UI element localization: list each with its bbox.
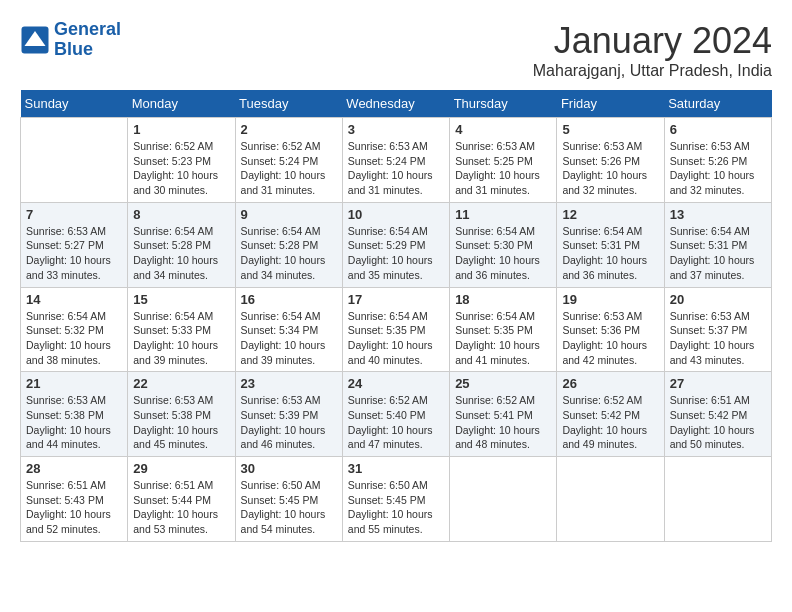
day-info: Sunrise: 6:53 AMSunset: 5:27 PMDaylight:…: [26, 224, 122, 283]
day-number: 16: [241, 292, 337, 307]
calendar-cell: 3Sunrise: 6:53 AMSunset: 5:24 PMDaylight…: [342, 118, 449, 203]
day-info: Sunrise: 6:52 AMSunset: 5:23 PMDaylight:…: [133, 139, 229, 198]
day-number: 4: [455, 122, 551, 137]
day-info: Sunrise: 6:54 AMSunset: 5:33 PMDaylight:…: [133, 309, 229, 368]
day-info: Sunrise: 6:54 AMSunset: 5:35 PMDaylight:…: [348, 309, 444, 368]
calendar-cell: 14Sunrise: 6:54 AMSunset: 5:32 PMDayligh…: [21, 287, 128, 372]
calendar-cell: 24Sunrise: 6:52 AMSunset: 5:40 PMDayligh…: [342, 372, 449, 457]
day-number: 27: [670, 376, 766, 391]
day-number: 10: [348, 207, 444, 222]
week-row-1: 1Sunrise: 6:52 AMSunset: 5:23 PMDaylight…: [21, 118, 772, 203]
calendar-cell: [664, 457, 771, 542]
day-info: Sunrise: 6:54 AMSunset: 5:28 PMDaylight:…: [133, 224, 229, 283]
day-number: 14: [26, 292, 122, 307]
calendar-cell: 15Sunrise: 6:54 AMSunset: 5:33 PMDayligh…: [128, 287, 235, 372]
calendar-cell: 20Sunrise: 6:53 AMSunset: 5:37 PMDayligh…: [664, 287, 771, 372]
day-info: Sunrise: 6:54 AMSunset: 5:29 PMDaylight:…: [348, 224, 444, 283]
day-number: 23: [241, 376, 337, 391]
day-number: 25: [455, 376, 551, 391]
day-info: Sunrise: 6:52 AMSunset: 5:41 PMDaylight:…: [455, 393, 551, 452]
day-info: Sunrise: 6:51 AMSunset: 5:43 PMDaylight:…: [26, 478, 122, 537]
day-info: Sunrise: 6:52 AMSunset: 5:42 PMDaylight:…: [562, 393, 658, 452]
day-header-sunday: Sunday: [21, 90, 128, 118]
calendar-cell: 23Sunrise: 6:53 AMSunset: 5:39 PMDayligh…: [235, 372, 342, 457]
day-info: Sunrise: 6:53 AMSunset: 5:24 PMDaylight:…: [348, 139, 444, 198]
day-info: Sunrise: 6:54 AMSunset: 5:34 PMDaylight:…: [241, 309, 337, 368]
logo-text: General Blue: [54, 20, 121, 60]
day-info: Sunrise: 6:53 AMSunset: 5:38 PMDaylight:…: [26, 393, 122, 452]
logo-line2: Blue: [54, 39, 93, 59]
day-info: Sunrise: 6:52 AMSunset: 5:24 PMDaylight:…: [241, 139, 337, 198]
week-row-5: 28Sunrise: 6:51 AMSunset: 5:43 PMDayligh…: [21, 457, 772, 542]
calendar-cell: 21Sunrise: 6:53 AMSunset: 5:38 PMDayligh…: [21, 372, 128, 457]
logo-line1: General: [54, 19, 121, 39]
calendar-cell: 2Sunrise: 6:52 AMSunset: 5:24 PMDaylight…: [235, 118, 342, 203]
day-number: 29: [133, 461, 229, 476]
calendar-cell: 7Sunrise: 6:53 AMSunset: 5:27 PMDaylight…: [21, 202, 128, 287]
day-number: 31: [348, 461, 444, 476]
day-number: 19: [562, 292, 658, 307]
day-number: 18: [455, 292, 551, 307]
day-info: Sunrise: 6:54 AMSunset: 5:28 PMDaylight:…: [241, 224, 337, 283]
day-info: Sunrise: 6:53 AMSunset: 5:38 PMDaylight:…: [133, 393, 229, 452]
day-number: 2: [241, 122, 337, 137]
day-info: Sunrise: 6:51 AMSunset: 5:44 PMDaylight:…: [133, 478, 229, 537]
logo: General Blue: [20, 20, 121, 60]
calendar-cell: 9Sunrise: 6:54 AMSunset: 5:28 PMDaylight…: [235, 202, 342, 287]
day-number: 1: [133, 122, 229, 137]
day-number: 8: [133, 207, 229, 222]
day-number: 15: [133, 292, 229, 307]
calendar-cell: 17Sunrise: 6:54 AMSunset: 5:35 PMDayligh…: [342, 287, 449, 372]
days-header-row: SundayMondayTuesdayWednesdayThursdayFrid…: [21, 90, 772, 118]
location: Maharajganj, Uttar Pradesh, India: [533, 62, 772, 80]
day-number: 30: [241, 461, 337, 476]
day-header-monday: Monday: [128, 90, 235, 118]
week-row-2: 7Sunrise: 6:53 AMSunset: 5:27 PMDaylight…: [21, 202, 772, 287]
calendar-cell: 27Sunrise: 6:51 AMSunset: 5:42 PMDayligh…: [664, 372, 771, 457]
day-number: 13: [670, 207, 766, 222]
day-number: 21: [26, 376, 122, 391]
day-info: Sunrise: 6:53 AMSunset: 5:37 PMDaylight:…: [670, 309, 766, 368]
day-info: Sunrise: 6:53 AMSunset: 5:26 PMDaylight:…: [670, 139, 766, 198]
calendar-cell: 26Sunrise: 6:52 AMSunset: 5:42 PMDayligh…: [557, 372, 664, 457]
day-info: Sunrise: 6:54 AMSunset: 5:35 PMDaylight:…: [455, 309, 551, 368]
day-info: Sunrise: 6:53 AMSunset: 5:26 PMDaylight:…: [562, 139, 658, 198]
day-info: Sunrise: 6:54 AMSunset: 5:32 PMDaylight:…: [26, 309, 122, 368]
calendar-cell: 18Sunrise: 6:54 AMSunset: 5:35 PMDayligh…: [450, 287, 557, 372]
calendar-cell: [450, 457, 557, 542]
day-number: 12: [562, 207, 658, 222]
calendar-cell: 19Sunrise: 6:53 AMSunset: 5:36 PMDayligh…: [557, 287, 664, 372]
calendar-cell: 12Sunrise: 6:54 AMSunset: 5:31 PMDayligh…: [557, 202, 664, 287]
day-info: Sunrise: 6:53 AMSunset: 5:39 PMDaylight:…: [241, 393, 337, 452]
day-number: 9: [241, 207, 337, 222]
calendar-cell: 28Sunrise: 6:51 AMSunset: 5:43 PMDayligh…: [21, 457, 128, 542]
calendar-cell: 16Sunrise: 6:54 AMSunset: 5:34 PMDayligh…: [235, 287, 342, 372]
day-number: 26: [562, 376, 658, 391]
day-number: 6: [670, 122, 766, 137]
calendar-cell: 6Sunrise: 6:53 AMSunset: 5:26 PMDaylight…: [664, 118, 771, 203]
day-info: Sunrise: 6:51 AMSunset: 5:42 PMDaylight:…: [670, 393, 766, 452]
calendar-cell: 8Sunrise: 6:54 AMSunset: 5:28 PMDaylight…: [128, 202, 235, 287]
calendar-cell: 25Sunrise: 6:52 AMSunset: 5:41 PMDayligh…: [450, 372, 557, 457]
calendar-cell: 13Sunrise: 6:54 AMSunset: 5:31 PMDayligh…: [664, 202, 771, 287]
day-info: Sunrise: 6:50 AMSunset: 5:45 PMDaylight:…: [348, 478, 444, 537]
calendar-cell: 31Sunrise: 6:50 AMSunset: 5:45 PMDayligh…: [342, 457, 449, 542]
day-info: Sunrise: 6:54 AMSunset: 5:31 PMDaylight:…: [670, 224, 766, 283]
day-number: 5: [562, 122, 658, 137]
calendar-cell: 30Sunrise: 6:50 AMSunset: 5:45 PMDayligh…: [235, 457, 342, 542]
calendar-cell: [557, 457, 664, 542]
day-info: Sunrise: 6:54 AMSunset: 5:30 PMDaylight:…: [455, 224, 551, 283]
day-header-thursday: Thursday: [450, 90, 557, 118]
day-header-wednesday: Wednesday: [342, 90, 449, 118]
day-info: Sunrise: 6:53 AMSunset: 5:36 PMDaylight:…: [562, 309, 658, 368]
calendar-cell: 29Sunrise: 6:51 AMSunset: 5:44 PMDayligh…: [128, 457, 235, 542]
day-info: Sunrise: 6:52 AMSunset: 5:40 PMDaylight:…: [348, 393, 444, 452]
day-number: 17: [348, 292, 444, 307]
day-number: 20: [670, 292, 766, 307]
logo-icon: [20, 25, 50, 55]
day-number: 22: [133, 376, 229, 391]
day-info: Sunrise: 6:54 AMSunset: 5:31 PMDaylight:…: [562, 224, 658, 283]
calendar-cell: 11Sunrise: 6:54 AMSunset: 5:30 PMDayligh…: [450, 202, 557, 287]
day-number: 3: [348, 122, 444, 137]
day-header-friday: Friday: [557, 90, 664, 118]
